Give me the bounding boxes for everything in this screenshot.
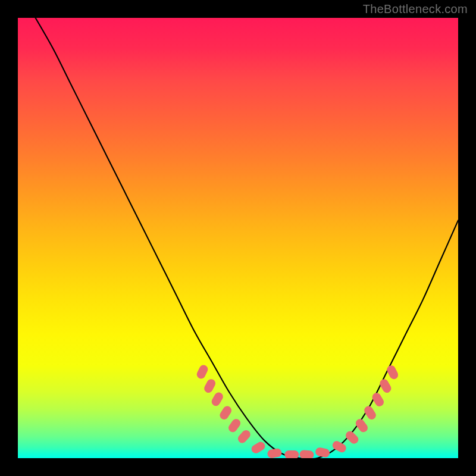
plot-area (18, 18, 458, 458)
stadium-marker (315, 447, 330, 458)
stadium-marker (227, 417, 242, 434)
stadium-marker (218, 405, 233, 421)
stadium-marker (299, 450, 314, 458)
stadium-marker (354, 417, 369, 434)
stadium-marker (203, 378, 217, 394)
watermark-text: TheBottleneck.com (363, 2, 468, 16)
stadium-marker (210, 391, 224, 408)
stadium-marker (195, 364, 209, 380)
stadium-marker (331, 440, 347, 454)
stadium-marker (386, 364, 400, 381)
stadium-marker (284, 450, 299, 458)
stadium-marker (236, 428, 252, 444)
stadium-marker (250, 440, 267, 455)
stadium-marker (344, 430, 360, 446)
stadium-marker (362, 405, 377, 421)
curve-layer (18, 18, 458, 458)
stadium-markers (195, 364, 399, 458)
bottleneck-curve (36, 18, 458, 458)
stadium-marker (267, 448, 282, 458)
chart-stage: TheBottleneck.com (0, 0, 476, 476)
